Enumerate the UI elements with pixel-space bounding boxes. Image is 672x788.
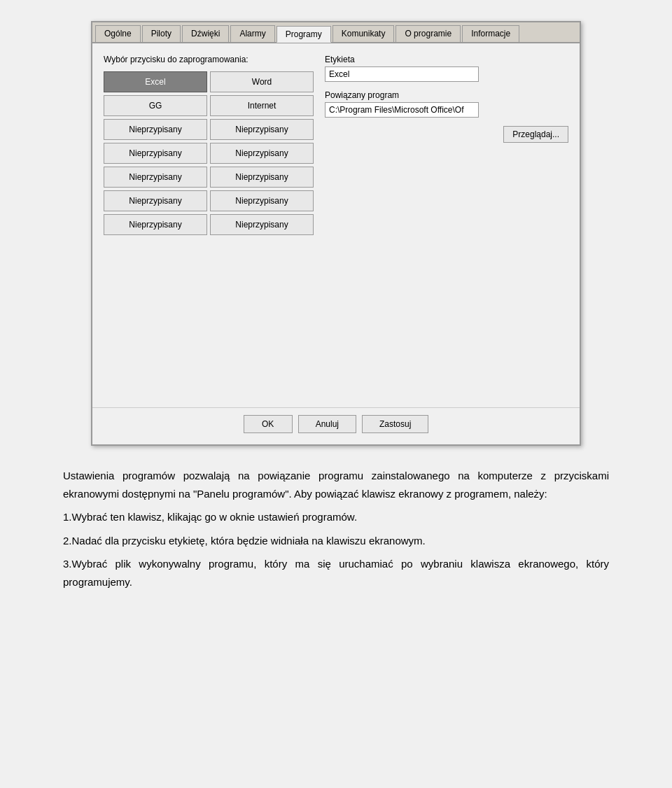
program-field-group: Powiązany program [325, 90, 568, 118]
tab-programy[interactable]: Programy [276, 26, 331, 43]
prog-button-1[interactable]: Word [210, 71, 314, 92]
dialog-box: Ogólne Piloty Dźwięki Alarmy Programy Ko… [91, 21, 581, 446]
prog-button-8[interactable]: Nieprzypisany [104, 167, 207, 188]
prog-button-9[interactable]: Nieprzypisany [210, 167, 314, 188]
browse-button[interactable]: Przeglądaj... [503, 126, 568, 143]
apply-button[interactable]: Zastosuj [362, 415, 428, 433]
tab-dzwieki[interactable]: Dźwięki [182, 25, 229, 42]
right-panel: Etykieta Powiązany program Przeglądaj... [325, 55, 568, 396]
label-input[interactable] [325, 66, 479, 82]
button-grid: ExcelWordGGInternetNieprzypisanyNieprzyp… [104, 71, 314, 235]
ok-button[interactable]: OK [244, 415, 293, 433]
prog-button-10[interactable]: Nieprzypisany [104, 190, 207, 211]
left-panel-title: Wybór przycisku do zaprogramowania: [104, 55, 314, 64]
tab-alarmy[interactable]: Alarmy [230, 25, 274, 42]
description-p3: 2.Nadać dla przycisku etykietę, która bę… [63, 532, 609, 550]
prog-button-6[interactable]: Nieprzypisany [104, 143, 207, 164]
prog-button-5[interactable]: Nieprzypisany [210, 119, 314, 140]
prog-button-11[interactable]: Nieprzypisany [210, 190, 314, 211]
tab-o-programie[interactable]: O programie [396, 25, 461, 42]
program-input[interactable] [325, 102, 479, 118]
description-section: Ustawienia programów pozwalają na powiąz… [56, 467, 616, 596]
dialog-footer: OK Anuluj Zastosuj [92, 407, 580, 444]
dialog-content: Wybór przycisku do zaprogramowania: Exce… [92, 43, 580, 407]
tab-piloty[interactable]: Piloty [142, 25, 181, 42]
prog-button-3[interactable]: Internet [210, 95, 314, 116]
tab-ogolne[interactable]: Ogólne [95, 25, 141, 42]
prog-button-13[interactable]: Nieprzypisany [210, 214, 314, 235]
prog-button-0[interactable]: Excel [104, 71, 207, 92]
prog-button-2[interactable]: GG [104, 95, 207, 116]
left-panel: Wybór przycisku do zaprogramowania: Exce… [104, 55, 314, 396]
prog-button-7[interactable]: Nieprzypisany [210, 143, 314, 164]
tab-bar: Ogólne Piloty Dźwięki Alarmy Programy Ko… [92, 22, 580, 43]
prog-button-12[interactable]: Nieprzypisany [104, 214, 207, 235]
description-p4: 3.Wybrać plik wykonywalny programu, któr… [63, 555, 609, 591]
cancel-button[interactable]: Anuluj [298, 415, 356, 433]
program-field-label: Powiązany program [325, 90, 568, 100]
browse-row: Przeglądaj... [325, 126, 568, 143]
tab-komunikaty[interactable]: Komunikaty [332, 25, 395, 42]
label-field-group: Etykieta [325, 55, 568, 82]
description-p1: Ustawienia programów pozwalają na powiąz… [63, 467, 609, 502]
tab-informacje[interactable]: Informacje [462, 25, 519, 42]
prog-button-4[interactable]: Nieprzypisany [104, 119, 207, 140]
label-field-label: Etykieta [325, 55, 568, 64]
description-p2: 1.Wybrać ten klawisz, klikając go w okni… [63, 508, 609, 526]
